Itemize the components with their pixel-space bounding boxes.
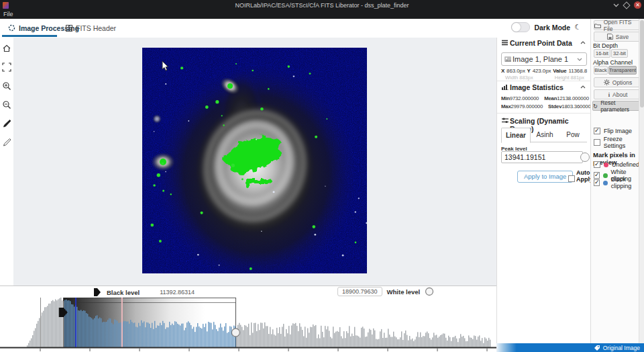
stats-row: Max 29979.000000 Stdev 1803.360000	[501, 103, 587, 109]
black-clipping-checkbox[interactable]	[594, 179, 600, 186]
black-level-value[interactable]: 11392.86314	[160, 289, 195, 296]
bit-depth-32-button[interactable]: 32-bit	[611, 49, 628, 58]
white-level-label: White level	[387, 288, 421, 296]
tag-icon	[594, 345, 600, 351]
scrollbar-thumb[interactable]	[640, 20, 644, 107]
stats-row: Min 9732.000000 Mean 12138.000000	[501, 95, 587, 101]
options-button[interactable]: Options	[594, 77, 642, 87]
width-info: Width 883px	[505, 75, 533, 81]
fit-to-screen-icon[interactable]	[2, 62, 11, 72]
window-close-button[interactable]: ✕	[634, 1, 641, 9]
section-title: Current Point Data	[510, 39, 572, 47]
tab-bar: Image Processing FITS Header Dark Mode ☾	[0, 19, 590, 38]
chevron-down-icon	[577, 58, 582, 61]
menu-bar: File	[0, 11, 644, 19]
open-folder-icon	[594, 23, 601, 28]
y-value: 423.0px	[533, 68, 551, 74]
alpha-transparent-button[interactable]: Transparent	[608, 66, 637, 75]
image-dimensions-row: Width 883px Height 881px	[505, 75, 584, 81]
dark-mode-toggle[interactable]	[511, 22, 530, 32]
preview-image[interactable]	[142, 48, 367, 273]
stdev-label: Stdev	[548, 103, 561, 109]
open-fits-file-button[interactable]: Open FITS File	[594, 20, 642, 30]
stdev-value: 1803.360000	[561, 103, 590, 109]
save-icon	[607, 34, 613, 40]
white-level-value[interactable]: 18900.79630	[337, 287, 382, 296]
gear-icon	[604, 79, 610, 85]
histogram[interactable]	[0, 298, 496, 352]
histogram-header: Black level 11392.86314 18900.79630 Whit…	[0, 285, 496, 298]
reset-icon: ↻	[593, 103, 598, 109]
tool-sidebar	[0, 38, 14, 285]
window-maximize-icon[interactable]	[623, 1, 630, 9]
file-panel: Open FITS File Save Bit Depth 16-bit 32-…	[590, 19, 644, 343]
max-value: 29979.000000	[511, 103, 543, 109]
apply-to-image-button[interactable]: Apply to Image	[517, 171, 573, 183]
freeze-settings-row[interactable]: Freeze Settings	[594, 136, 644, 149]
bit-depth-16-button[interactable]: 16-bit	[594, 49, 610, 58]
window-minimize-icon[interactable]	[613, 3, 619, 7]
mouse-cursor	[162, 61, 170, 72]
parameters-panel: Current Point Data Image 1, Plane 1 X 86…	[496, 38, 591, 343]
button-label: About	[612, 91, 627, 98]
tab-fits-header[interactable]: FITS Header	[66, 19, 116, 37]
black-level-picker-icon[interactable]	[2, 119, 11, 128]
min-label: Min	[501, 95, 510, 101]
tab-asinh[interactable]: Asinh	[531, 128, 559, 142]
black-level-marker-icon	[94, 288, 101, 296]
alpha-black-button[interactable]: Black	[594, 66, 608, 75]
zoom-out-icon[interactable]	[2, 100, 11, 109]
title-bar: NOIRLab/IPAC/ESA/STScI/CfA FITS Liberato…	[0, 0, 644, 11]
freeze-settings-checkbox[interactable]	[594, 139, 600, 146]
peak-level-handle[interactable]	[580, 152, 590, 162]
menu-file[interactable]: File	[3, 11, 13, 17]
mean-value: 12138.000000	[557, 95, 588, 101]
section-title: Image Statistics	[510, 83, 564, 91]
statistics-section-header[interactable]: Image Statistics	[497, 82, 591, 93]
pixel-value: 11368.8	[568, 68, 587, 74]
reset-parameters-button[interactable]: ↻ Reset parameters	[592, 101, 643, 111]
home-icon[interactable]	[2, 44, 11, 53]
freeze-settings-label: Freeze Settings	[604, 136, 644, 149]
cursor-readout-row: X 863.0px Y 423.0px Value 11368.8	[501, 68, 587, 74]
mark-black-clipping-row[interactable]: Black clipping	[594, 176, 644, 189]
peak-level-input[interactable]	[501, 151, 583, 163]
auto-apply-checkbox[interactable]	[568, 175, 575, 182]
current-point-section-header[interactable]: Current Point Data	[497, 38, 591, 48]
sliders-icon	[502, 118, 508, 124]
undefined-label: Undefined	[612, 161, 639, 168]
bit-depth-label: Bit Depth	[593, 42, 618, 49]
min-value: 9732.000000	[510, 95, 539, 101]
image-plane-selector[interactable]: Image 1, Plane 1	[501, 52, 587, 66]
panel-scrollbar[interactable]	[639, 19, 644, 343]
white-level-marker-icon	[425, 287, 434, 296]
button-label: Reset parameters	[600, 99, 643, 113]
undefined-checkbox[interactable]	[594, 161, 600, 168]
zoom-in-icon[interactable]	[2, 81, 11, 91]
flip-image-row[interactable]: Flip Image	[594, 128, 632, 134]
value-label: Value	[553, 68, 566, 74]
collapse-icon[interactable]	[580, 41, 586, 44]
list-icon	[502, 40, 508, 46]
collapse-icon[interactable]	[580, 85, 586, 89]
image-processing-icon	[8, 24, 15, 32]
status-bar: Original Image	[496, 343, 644, 352]
flip-image-checkbox[interactable]	[594, 128, 600, 134]
mean-label: Mean	[544, 95, 557, 101]
status-label: Original Image	[603, 345, 640, 351]
tab-linear[interactable]: Linear	[501, 128, 531, 143]
save-button[interactable]: Save	[594, 32, 642, 42]
white-level-handle[interactable]	[231, 328, 239, 337]
scaling-section-header[interactable]: Scaling (Dynamic Range)	[497, 116, 591, 126]
window-title: NOIRLab/IPAC/ESA/STScI/CfA FITS Liberato…	[0, 2, 644, 9]
tab-pow[interactable]: Pow	[559, 128, 587, 142]
black-clipping-color-dot	[603, 181, 607, 185]
white-level-picker-icon[interactable]	[2, 138, 11, 147]
moon-icon: ☾	[574, 23, 581, 32]
button-label: Open FITS File	[604, 19, 641, 32]
mark-undefined-row[interactable]: Undefined	[594, 161, 639, 168]
black-level-label: Black level	[107, 289, 140, 296]
button-label: Save	[616, 34, 629, 40]
fits-header-icon	[66, 25, 72, 32]
about-button[interactable]: i About	[594, 89, 642, 99]
